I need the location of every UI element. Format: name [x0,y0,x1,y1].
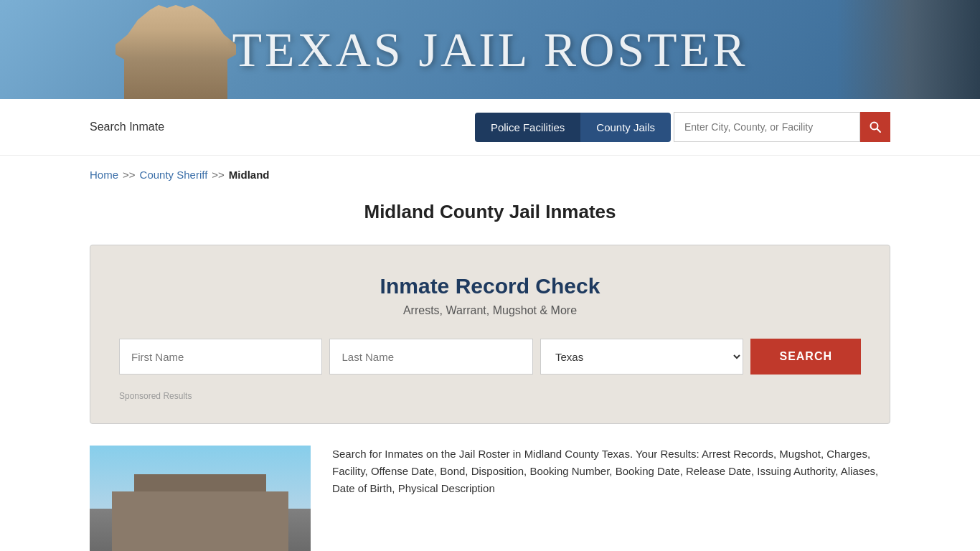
search-icon [869,121,882,133]
building-image [90,446,311,551]
site-title: Texas Jail Roster [232,22,748,78]
facility-search-box [674,112,890,142]
record-check-title: Inmate Record Check [119,274,861,298]
last-name-input[interactable] [329,339,532,375]
header-banner: Texas Jail Roster [0,0,980,99]
nav-right: Police Facilities County Jails [475,112,890,142]
description-text: Search for Inmates on the Jail Roster in… [332,446,890,551]
facility-search-button[interactable] [860,112,890,142]
nav-bar: Search Inmate Police Facilities County J… [0,99,980,156]
page-title-area: Midland County Jail Inmates [0,194,980,245]
search-inmate-label: Search Inmate [90,121,164,133]
bottom-section: Search for Inmates on the Jail Roster in… [0,446,980,551]
breadcrumb-county-sheriff[interactable]: County Sheriff [140,169,208,181]
sponsored-results-label: Sponsored Results [119,391,192,401]
svg-line-1 [877,129,881,133]
state-select[interactable]: AlabamaAlaskaArizonaArkansasCaliforniaCo… [540,339,743,375]
first-name-input[interactable] [119,339,322,375]
building-body [112,491,288,551]
page-title: Midland County Jail Inmates [0,201,980,223]
facility-search-input[interactable] [674,112,860,142]
breadcrumb-home[interactable]: Home [90,169,118,181]
police-facilities-button[interactable]: Police Facilities [475,113,580,142]
record-check-box: Inmate Record Check Arrests, Warrant, Mu… [90,245,890,424]
search-form-row: AlabamaAlaskaArizonaArkansasCaliforniaCo… [119,339,861,375]
breadcrumb-current: Midland [229,169,270,181]
breadcrumb-sep2: >> [212,169,225,181]
county-jails-button[interactable]: County Jails [580,113,671,142]
breadcrumb-sep1: >> [123,169,136,181]
record-search-button[interactable]: SEARCH [750,339,861,375]
keys-image [837,0,980,99]
record-check-subtitle: Arrests, Warrant, Mugshot & More [119,304,861,317]
breadcrumb: Home >> County Sheriff >> Midland [0,156,980,194]
